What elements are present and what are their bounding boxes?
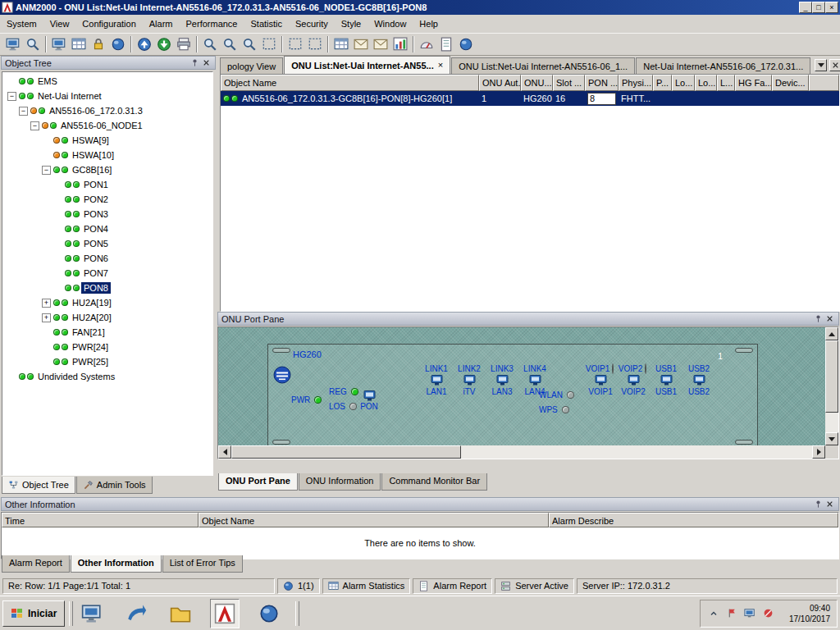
expander-icon[interactable]: −	[42, 166, 51, 175]
pon-port-icon[interactable]	[363, 390, 376, 401]
tree-node-pon8[interactable]: PON8	[2, 281, 212, 295]
tab-onu-port-pane[interactable]: ONU Port Pane	[218, 473, 298, 491]
column-header-alarm-describe[interactable]: Alarm Describe	[549, 513, 838, 527]
table-row[interactable]: AN5516-06_172.0.31.3-GC8B[16]-PON[8]-HG2…	[221, 91, 839, 106]
hide-icons-chevron[interactable]	[707, 607, 720, 620]
menu-statistic[interactable]: Statistic	[244, 16, 290, 31]
horizontal-scrollbar[interactable]	[218, 445, 825, 459]
performance-gauge-icon[interactable]	[417, 34, 436, 54]
tab-other-information[interactable]: Other Information	[71, 555, 162, 573]
document-tab-onu-list-net-uai-internet-an55[interactable]: ONU List:Net-Uai Internet-AN55...×	[284, 56, 450, 74]
tray-display-icon[interactable]	[743, 607, 756, 620]
tree-node-pon3[interactable]: PON3	[2, 207, 212, 221]
network-tool-icon[interactable]	[254, 599, 284, 628]
remote-desktop-icon[interactable]	[77, 599, 107, 628]
tree-node-net-uai-internet[interactable]: −Net-Uai Internet	[2, 89, 212, 103]
tree-node-hu2a-20[interactable]: +HU2A[20]	[2, 310, 212, 325]
column-header-object-name[interactable]: Object Name	[199, 513, 549, 527]
scroll-up-button[interactable]	[825, 327, 838, 340]
tree-node-fan-21[interactable]: FAN[21]	[2, 325, 212, 340]
menu-help[interactable]: Help	[413, 16, 445, 31]
tab-list-of-error-tips[interactable]: List of Error Tips	[162, 555, 243, 573]
tab-onu-information[interactable]: ONU Information	[299, 473, 381, 491]
file-manager-icon[interactable]	[166, 599, 195, 628]
horizontal-scroll-thumb[interactable]	[231, 445, 461, 459]
usb-port-icon[interactable]	[693, 375, 705, 386]
download-icon[interactable]	[154, 34, 174, 54]
column-header-time[interactable]: Time	[2, 513, 199, 527]
column-header-lo[interactable]: Lo...	[672, 75, 695, 91]
anm2000-taskbar-button[interactable]	[210, 599, 240, 628]
ethernet-port-icon[interactable]	[463, 375, 476, 386]
close-button[interactable]: ×	[825, 2, 838, 13]
tree-node-gc8b-16[interactable]: −GC8B[16]	[2, 162, 212, 177]
tab-object-tree[interactable]: Object Tree	[2, 477, 75, 494]
host-view-icon[interactable]	[49, 34, 69, 54]
tree-node-pon2[interactable]: PON2	[2, 192, 212, 207]
close-icon[interactable]	[200, 57, 212, 68]
zoom-region-icon[interactable]	[259, 34, 279, 54]
close-document-icon[interactable]	[829, 59, 840, 71]
menu-view[interactable]: View	[43, 16, 76, 31]
tree-node-pwr-25[interactable]: PWR[25]	[2, 354, 212, 369]
column-header-onu[interactable]: ONU...	[521, 75, 553, 91]
print-icon[interactable]	[174, 34, 194, 54]
tree-node-hswa-9[interactable]: HSWA[9]	[2, 133, 212, 148]
report-icon[interactable]	[436, 34, 456, 54]
expander-icon[interactable]: −	[19, 107, 28, 116]
vertical-scrollbar[interactable]	[825, 327, 838, 445]
pin-icon[interactable]	[812, 499, 824, 509]
ethernet-port-icon[interactable]	[496, 375, 509, 386]
tree-node-an5516-06-node1[interactable]: −AN5516-06_NODE1	[2, 118, 212, 133]
tab-command-monitor-bar[interactable]: Command Monitor Bar	[381, 473, 487, 491]
tree-node-pon4[interactable]: PON4	[2, 221, 212, 236]
alarm-table-icon[interactable]	[331, 34, 351, 54]
column-header-pon[interactable]: PON ...	[585, 75, 619, 91]
expander-icon[interactable]: +	[42, 313, 51, 322]
column-header-onu-aut[interactable]: ONU Aut...	[479, 75, 521, 91]
usb-port-icon[interactable]	[660, 375, 673, 386]
tray-mute-icon[interactable]	[761, 607, 774, 620]
tree-node-pwr-24[interactable]: PWR[24]	[2, 340, 212, 354]
pin-icon[interactable]	[189, 57, 200, 68]
tree-node-pon5[interactable]: PON5	[2, 236, 212, 251]
voip-port-icon[interactable]	[628, 375, 640, 386]
find-object-icon[interactable]	[23, 34, 43, 54]
tree-node-ems[interactable]: EMS	[2, 74, 212, 89]
topology-view-icon[interactable]	[69, 34, 89, 54]
document-tab-net-uai-internet-an5516-06-172-0-31[interactable]: Net-Uai Internet-AN5516-06_172.0.31...	[636, 57, 810, 74]
maximize-button[interactable]: □	[812, 2, 825, 13]
upload-icon[interactable]	[135, 34, 154, 54]
column-header-devic[interactable]: Devic...	[772, 75, 809, 91]
toolbar-drag-handle[interactable]	[295, 601, 299, 626]
column-header-lo[interactable]: Lo...	[695, 75, 717, 91]
column-header-hg-fa[interactable]: HG Fa...	[735, 75, 772, 91]
tree-node-an5516-06-172-0-31-3[interactable]: −AN5516-06_172.0.31.3	[2, 103, 212, 118]
scroll-right-button[interactable]	[812, 445, 825, 459]
voip-port-icon[interactable]	[595, 375, 607, 386]
toolbar-drag-handle[interactable]	[69, 601, 73, 626]
tree-node-pon7[interactable]: PON7	[2, 266, 212, 281]
statistics-chart-icon[interactable]	[390, 34, 410, 54]
close-icon[interactable]	[824, 499, 835, 509]
zoom-out-icon[interactable]	[220, 34, 240, 54]
menu-system[interactable]: System	[0, 16, 43, 31]
scroll-down-button[interactable]	[825, 432, 838, 445]
menu-alarm[interactable]: Alarm	[143, 16, 180, 31]
tree-node-undivided-systems[interactable]: Undivided Systems	[2, 369, 212, 384]
menu-style[interactable]: Style	[335, 16, 368, 31]
menu-configuration[interactable]: Configuration	[75, 16, 142, 31]
select-rect-icon[interactable]	[285, 34, 305, 54]
expander-icon[interactable]: −	[30, 121, 39, 130]
document-tab-onu-list-net-uai-internet-an5516-06-1[interactable]: ONU List:Net-Uai Internet-AN5516-06_1...	[451, 57, 635, 74]
tray-flag-icon[interactable]	[725, 607, 738, 620]
column-header-physi[interactable]: Physi...	[619, 75, 653, 91]
browser-icon[interactable]	[121, 599, 151, 628]
start-button[interactable]: Iniciar	[2, 600, 65, 627]
column-header-slot[interactable]: Slot ...	[553, 75, 585, 91]
menu-performance[interactable]: Performance	[180, 16, 244, 31]
tab-list-dropdown-icon[interactable]	[815, 59, 827, 71]
expander-icon[interactable]: +	[42, 299, 51, 308]
zoom-in-icon[interactable]	[200, 34, 220, 54]
tab-admin-tools[interactable]: Admin Tools	[76, 477, 153, 494]
